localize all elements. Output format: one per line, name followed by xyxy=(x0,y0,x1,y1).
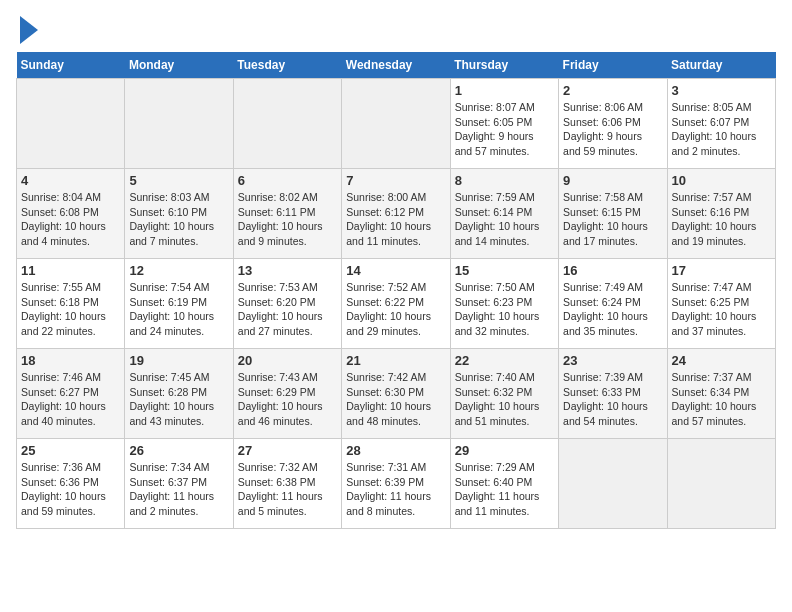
day-info: Sunrise: 7:34 AMSunset: 6:37 PMDaylight:… xyxy=(129,460,228,519)
day-info: Sunrise: 7:43 AMSunset: 6:29 PMDaylight:… xyxy=(238,370,337,429)
day-number: 18 xyxy=(21,353,120,368)
calendar-cell: 3Sunrise: 8:05 AMSunset: 6:07 PMDaylight… xyxy=(667,79,775,169)
day-info: Sunrise: 7:52 AMSunset: 6:22 PMDaylight:… xyxy=(346,280,445,339)
day-info: Sunrise: 7:45 AMSunset: 6:28 PMDaylight:… xyxy=(129,370,228,429)
day-info: Sunrise: 7:54 AMSunset: 6:19 PMDaylight:… xyxy=(129,280,228,339)
day-number: 13 xyxy=(238,263,337,278)
calendar-cell: 21Sunrise: 7:42 AMSunset: 6:30 PMDayligh… xyxy=(342,349,450,439)
calendar-cell: 5Sunrise: 8:03 AMSunset: 6:10 PMDaylight… xyxy=(125,169,233,259)
day-info: Sunrise: 7:50 AMSunset: 6:23 PMDaylight:… xyxy=(455,280,554,339)
calendar-cell: 10Sunrise: 7:57 AMSunset: 6:16 PMDayligh… xyxy=(667,169,775,259)
page-header xyxy=(16,16,776,44)
day-header-friday: Friday xyxy=(559,52,667,79)
day-header-wednesday: Wednesday xyxy=(342,52,450,79)
day-number: 7 xyxy=(346,173,445,188)
day-info: Sunrise: 8:07 AMSunset: 6:05 PMDaylight:… xyxy=(455,100,554,159)
day-info: Sunrise: 7:49 AMSunset: 6:24 PMDaylight:… xyxy=(563,280,662,339)
day-header-sunday: Sunday xyxy=(17,52,125,79)
calendar-body: 1Sunrise: 8:07 AMSunset: 6:05 PMDaylight… xyxy=(17,79,776,529)
week-row-4: 18Sunrise: 7:46 AMSunset: 6:27 PMDayligh… xyxy=(17,349,776,439)
day-number: 2 xyxy=(563,83,662,98)
day-number: 12 xyxy=(129,263,228,278)
day-number: 26 xyxy=(129,443,228,458)
day-number: 4 xyxy=(21,173,120,188)
day-number: 29 xyxy=(455,443,554,458)
logo xyxy=(16,16,38,44)
calendar-cell xyxy=(17,79,125,169)
day-number: 20 xyxy=(238,353,337,368)
calendar-cell: 6Sunrise: 8:02 AMSunset: 6:11 PMDaylight… xyxy=(233,169,341,259)
day-info: Sunrise: 7:58 AMSunset: 6:15 PMDaylight:… xyxy=(563,190,662,249)
calendar-cell: 11Sunrise: 7:55 AMSunset: 6:18 PMDayligh… xyxy=(17,259,125,349)
day-number: 1 xyxy=(455,83,554,98)
day-info: Sunrise: 8:06 AMSunset: 6:06 PMDaylight:… xyxy=(563,100,662,159)
calendar-cell: 8Sunrise: 7:59 AMSunset: 6:14 PMDaylight… xyxy=(450,169,558,259)
calendar-cell: 13Sunrise: 7:53 AMSunset: 6:20 PMDayligh… xyxy=(233,259,341,349)
day-number: 6 xyxy=(238,173,337,188)
calendar-cell: 27Sunrise: 7:32 AMSunset: 6:38 PMDayligh… xyxy=(233,439,341,529)
day-info: Sunrise: 7:42 AMSunset: 6:30 PMDaylight:… xyxy=(346,370,445,429)
day-info: Sunrise: 7:39 AMSunset: 6:33 PMDaylight:… xyxy=(563,370,662,429)
calendar-table: SundayMondayTuesdayWednesdayThursdayFrid… xyxy=(16,52,776,529)
day-number: 27 xyxy=(238,443,337,458)
day-info: Sunrise: 7:37 AMSunset: 6:34 PMDaylight:… xyxy=(672,370,771,429)
day-number: 3 xyxy=(672,83,771,98)
day-header-tuesday: Tuesday xyxy=(233,52,341,79)
day-header-thursday: Thursday xyxy=(450,52,558,79)
calendar-cell xyxy=(559,439,667,529)
calendar-cell: 29Sunrise: 7:29 AMSunset: 6:40 PMDayligh… xyxy=(450,439,558,529)
day-info: Sunrise: 7:59 AMSunset: 6:14 PMDaylight:… xyxy=(455,190,554,249)
day-info: Sunrise: 7:31 AMSunset: 6:39 PMDaylight:… xyxy=(346,460,445,519)
day-info: Sunrise: 7:46 AMSunset: 6:27 PMDaylight:… xyxy=(21,370,120,429)
day-number: 15 xyxy=(455,263,554,278)
day-info: Sunrise: 7:36 AMSunset: 6:36 PMDaylight:… xyxy=(21,460,120,519)
day-number: 25 xyxy=(21,443,120,458)
day-info: Sunrise: 7:47 AMSunset: 6:25 PMDaylight:… xyxy=(672,280,771,339)
calendar-cell xyxy=(125,79,233,169)
day-number: 9 xyxy=(563,173,662,188)
day-info: Sunrise: 7:40 AMSunset: 6:32 PMDaylight:… xyxy=(455,370,554,429)
day-info: Sunrise: 8:02 AMSunset: 6:11 PMDaylight:… xyxy=(238,190,337,249)
calendar-cell: 14Sunrise: 7:52 AMSunset: 6:22 PMDayligh… xyxy=(342,259,450,349)
calendar-cell: 16Sunrise: 7:49 AMSunset: 6:24 PMDayligh… xyxy=(559,259,667,349)
day-number: 28 xyxy=(346,443,445,458)
day-number: 19 xyxy=(129,353,228,368)
day-info: Sunrise: 7:55 AMSunset: 6:18 PMDaylight:… xyxy=(21,280,120,339)
day-info: Sunrise: 8:03 AMSunset: 6:10 PMDaylight:… xyxy=(129,190,228,249)
day-info: Sunrise: 8:05 AMSunset: 6:07 PMDaylight:… xyxy=(672,100,771,159)
calendar-cell: 17Sunrise: 7:47 AMSunset: 6:25 PMDayligh… xyxy=(667,259,775,349)
day-number: 21 xyxy=(346,353,445,368)
week-row-3: 11Sunrise: 7:55 AMSunset: 6:18 PMDayligh… xyxy=(17,259,776,349)
calendar-cell: 12Sunrise: 7:54 AMSunset: 6:19 PMDayligh… xyxy=(125,259,233,349)
day-number: 24 xyxy=(672,353,771,368)
week-row-2: 4Sunrise: 8:04 AMSunset: 6:08 PMDaylight… xyxy=(17,169,776,259)
logo-arrow-icon xyxy=(20,16,38,44)
calendar-cell: 18Sunrise: 7:46 AMSunset: 6:27 PMDayligh… xyxy=(17,349,125,439)
day-number: 8 xyxy=(455,173,554,188)
calendar-cell: 2Sunrise: 8:06 AMSunset: 6:06 PMDaylight… xyxy=(559,79,667,169)
day-header-monday: Monday xyxy=(125,52,233,79)
calendar-cell: 19Sunrise: 7:45 AMSunset: 6:28 PMDayligh… xyxy=(125,349,233,439)
calendar-cell: 15Sunrise: 7:50 AMSunset: 6:23 PMDayligh… xyxy=(450,259,558,349)
day-info: Sunrise: 7:53 AMSunset: 6:20 PMDaylight:… xyxy=(238,280,337,339)
day-info: Sunrise: 7:29 AMSunset: 6:40 PMDaylight:… xyxy=(455,460,554,519)
day-number: 17 xyxy=(672,263,771,278)
day-header-saturday: Saturday xyxy=(667,52,775,79)
week-row-1: 1Sunrise: 8:07 AMSunset: 6:05 PMDaylight… xyxy=(17,79,776,169)
calendar-cell: 7Sunrise: 8:00 AMSunset: 6:12 PMDaylight… xyxy=(342,169,450,259)
calendar-cell xyxy=(667,439,775,529)
calendar-cell: 28Sunrise: 7:31 AMSunset: 6:39 PMDayligh… xyxy=(342,439,450,529)
calendar-header: SundayMondayTuesdayWednesdayThursdayFrid… xyxy=(17,52,776,79)
day-info: Sunrise: 7:57 AMSunset: 6:16 PMDaylight:… xyxy=(672,190,771,249)
calendar-cell: 20Sunrise: 7:43 AMSunset: 6:29 PMDayligh… xyxy=(233,349,341,439)
calendar-cell: 22Sunrise: 7:40 AMSunset: 6:32 PMDayligh… xyxy=(450,349,558,439)
day-info: Sunrise: 7:32 AMSunset: 6:38 PMDaylight:… xyxy=(238,460,337,519)
calendar-cell: 4Sunrise: 8:04 AMSunset: 6:08 PMDaylight… xyxy=(17,169,125,259)
calendar-cell xyxy=(342,79,450,169)
day-number: 5 xyxy=(129,173,228,188)
calendar-cell: 25Sunrise: 7:36 AMSunset: 6:36 PMDayligh… xyxy=(17,439,125,529)
calendar-cell: 9Sunrise: 7:58 AMSunset: 6:15 PMDaylight… xyxy=(559,169,667,259)
calendar-cell xyxy=(233,79,341,169)
calendar-cell: 26Sunrise: 7:34 AMSunset: 6:37 PMDayligh… xyxy=(125,439,233,529)
day-number: 23 xyxy=(563,353,662,368)
